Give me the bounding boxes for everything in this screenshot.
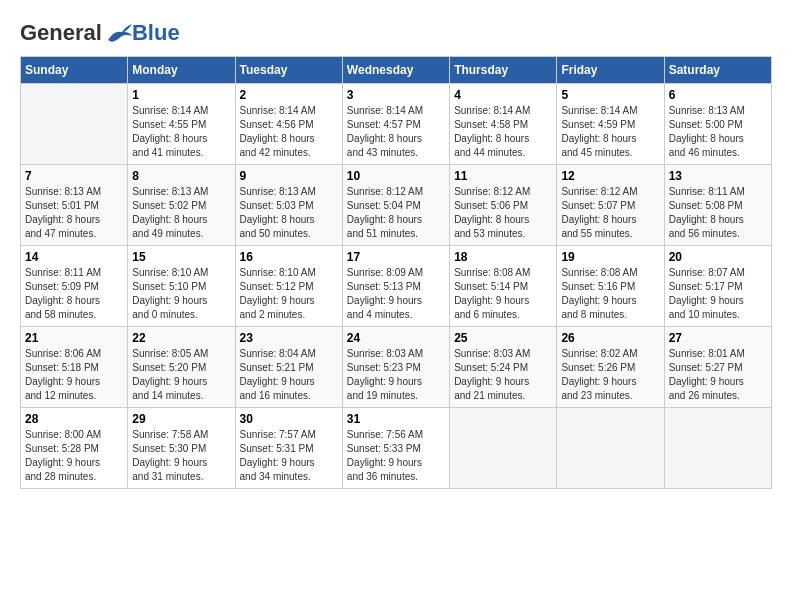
calendar-header-sunday: Sunday <box>21 57 128 84</box>
calendar-table: SundayMondayTuesdayWednesdayThursdayFrid… <box>20 56 772 489</box>
calendar-cell: 10Sunrise: 8:12 AMSunset: 5:04 PMDayligh… <box>342 165 449 246</box>
calendar-cell: 22Sunrise: 8:05 AMSunset: 5:20 PMDayligh… <box>128 327 235 408</box>
day-number: 26 <box>561 331 659 345</box>
calendar-week-row: 14Sunrise: 8:11 AMSunset: 5:09 PMDayligh… <box>21 246 772 327</box>
calendar-cell: 26Sunrise: 8:02 AMSunset: 5:26 PMDayligh… <box>557 327 664 408</box>
day-number: 22 <box>132 331 230 345</box>
calendar-header-thursday: Thursday <box>450 57 557 84</box>
day-info: Sunrise: 8:11 AMSunset: 5:09 PMDaylight:… <box>25 266 123 322</box>
calendar-cell: 19Sunrise: 8:08 AMSunset: 5:16 PMDayligh… <box>557 246 664 327</box>
logo-bird-icon <box>104 22 132 44</box>
day-number: 13 <box>669 169 767 183</box>
calendar-header-saturday: Saturday <box>664 57 771 84</box>
day-number: 23 <box>240 331 338 345</box>
calendar-header-row: SundayMondayTuesdayWednesdayThursdayFrid… <box>21 57 772 84</box>
day-number: 17 <box>347 250 445 264</box>
day-info: Sunrise: 8:13 AMSunset: 5:02 PMDaylight:… <box>132 185 230 241</box>
day-info: Sunrise: 8:01 AMSunset: 5:27 PMDaylight:… <box>669 347 767 403</box>
day-info: Sunrise: 8:14 AMSunset: 4:58 PMDaylight:… <box>454 104 552 160</box>
day-number: 9 <box>240 169 338 183</box>
day-info: Sunrise: 8:05 AMSunset: 5:20 PMDaylight:… <box>132 347 230 403</box>
calendar-cell <box>557 408 664 489</box>
calendar-cell: 12Sunrise: 8:12 AMSunset: 5:07 PMDayligh… <box>557 165 664 246</box>
calendar-cell: 2Sunrise: 8:14 AMSunset: 4:56 PMDaylight… <box>235 84 342 165</box>
day-number: 5 <box>561 88 659 102</box>
day-number: 19 <box>561 250 659 264</box>
calendar-cell: 5Sunrise: 8:14 AMSunset: 4:59 PMDaylight… <box>557 84 664 165</box>
calendar-cell: 30Sunrise: 7:57 AMSunset: 5:31 PMDayligh… <box>235 408 342 489</box>
calendar-cell <box>21 84 128 165</box>
day-info: Sunrise: 8:04 AMSunset: 5:21 PMDaylight:… <box>240 347 338 403</box>
day-number: 21 <box>25 331 123 345</box>
day-number: 11 <box>454 169 552 183</box>
day-number: 20 <box>669 250 767 264</box>
day-info: Sunrise: 8:02 AMSunset: 5:26 PMDaylight:… <box>561 347 659 403</box>
calendar-cell: 18Sunrise: 8:08 AMSunset: 5:14 PMDayligh… <box>450 246 557 327</box>
day-info: Sunrise: 7:57 AMSunset: 5:31 PMDaylight:… <box>240 428 338 484</box>
day-info: Sunrise: 7:58 AMSunset: 5:30 PMDaylight:… <box>132 428 230 484</box>
calendar-cell: 6Sunrise: 8:13 AMSunset: 5:00 PMDaylight… <box>664 84 771 165</box>
calendar-cell: 14Sunrise: 8:11 AMSunset: 5:09 PMDayligh… <box>21 246 128 327</box>
calendar-header-monday: Monday <box>128 57 235 84</box>
day-number: 3 <box>347 88 445 102</box>
calendar-header-wednesday: Wednesday <box>342 57 449 84</box>
day-info: Sunrise: 8:14 AMSunset: 4:55 PMDaylight:… <box>132 104 230 160</box>
day-number: 15 <box>132 250 230 264</box>
calendar-week-row: 7Sunrise: 8:13 AMSunset: 5:01 PMDaylight… <box>21 165 772 246</box>
day-info: Sunrise: 8:14 AMSunset: 4:59 PMDaylight:… <box>561 104 659 160</box>
day-number: 28 <box>25 412 123 426</box>
day-number: 16 <box>240 250 338 264</box>
calendar-cell <box>450 408 557 489</box>
calendar-cell: 9Sunrise: 8:13 AMSunset: 5:03 PMDaylight… <box>235 165 342 246</box>
day-info: Sunrise: 8:12 AMSunset: 5:04 PMDaylight:… <box>347 185 445 241</box>
calendar-cell: 24Sunrise: 8:03 AMSunset: 5:23 PMDayligh… <box>342 327 449 408</box>
day-info: Sunrise: 8:12 AMSunset: 5:06 PMDaylight:… <box>454 185 552 241</box>
day-info: Sunrise: 8:00 AMSunset: 5:28 PMDaylight:… <box>25 428 123 484</box>
day-number: 29 <box>132 412 230 426</box>
calendar-cell: 23Sunrise: 8:04 AMSunset: 5:21 PMDayligh… <box>235 327 342 408</box>
day-number: 31 <box>347 412 445 426</box>
day-number: 6 <box>669 88 767 102</box>
day-number: 12 <box>561 169 659 183</box>
day-info: Sunrise: 8:03 AMSunset: 5:23 PMDaylight:… <box>347 347 445 403</box>
day-info: Sunrise: 8:13 AMSunset: 5:01 PMDaylight:… <box>25 185 123 241</box>
day-info: Sunrise: 8:06 AMSunset: 5:18 PMDaylight:… <box>25 347 123 403</box>
calendar-cell: 28Sunrise: 8:00 AMSunset: 5:28 PMDayligh… <box>21 408 128 489</box>
calendar-cell: 11Sunrise: 8:12 AMSunset: 5:06 PMDayligh… <box>450 165 557 246</box>
day-number: 14 <box>25 250 123 264</box>
day-number: 27 <box>669 331 767 345</box>
calendar-cell: 1Sunrise: 8:14 AMSunset: 4:55 PMDaylight… <box>128 84 235 165</box>
logo-blue: Blue <box>132 20 180 46</box>
day-info: Sunrise: 8:09 AMSunset: 5:13 PMDaylight:… <box>347 266 445 322</box>
day-info: Sunrise: 8:14 AMSunset: 4:56 PMDaylight:… <box>240 104 338 160</box>
day-info: Sunrise: 8:12 AMSunset: 5:07 PMDaylight:… <box>561 185 659 241</box>
day-info: Sunrise: 8:07 AMSunset: 5:17 PMDaylight:… <box>669 266 767 322</box>
day-number: 4 <box>454 88 552 102</box>
calendar-cell: 8Sunrise: 8:13 AMSunset: 5:02 PMDaylight… <box>128 165 235 246</box>
day-number: 1 <box>132 88 230 102</box>
calendar-cell: 20Sunrise: 8:07 AMSunset: 5:17 PMDayligh… <box>664 246 771 327</box>
calendar-cell: 15Sunrise: 8:10 AMSunset: 5:10 PMDayligh… <box>128 246 235 327</box>
calendar-header-friday: Friday <box>557 57 664 84</box>
day-number: 7 <box>25 169 123 183</box>
page-header: General Blue <box>20 20 772 46</box>
day-number: 2 <box>240 88 338 102</box>
day-info: Sunrise: 8:08 AMSunset: 5:16 PMDaylight:… <box>561 266 659 322</box>
calendar-header-tuesday: Tuesday <box>235 57 342 84</box>
day-number: 30 <box>240 412 338 426</box>
day-number: 24 <box>347 331 445 345</box>
day-info: Sunrise: 7:56 AMSunset: 5:33 PMDaylight:… <box>347 428 445 484</box>
calendar-week-row: 28Sunrise: 8:00 AMSunset: 5:28 PMDayligh… <box>21 408 772 489</box>
calendar-cell: 29Sunrise: 7:58 AMSunset: 5:30 PMDayligh… <box>128 408 235 489</box>
logo-general: General <box>20 20 102 46</box>
day-info: Sunrise: 8:03 AMSunset: 5:24 PMDaylight:… <box>454 347 552 403</box>
day-number: 8 <box>132 169 230 183</box>
day-info: Sunrise: 8:13 AMSunset: 5:03 PMDaylight:… <box>240 185 338 241</box>
calendar-cell: 21Sunrise: 8:06 AMSunset: 5:18 PMDayligh… <box>21 327 128 408</box>
day-number: 18 <box>454 250 552 264</box>
calendar-cell: 16Sunrise: 8:10 AMSunset: 5:12 PMDayligh… <box>235 246 342 327</box>
calendar-cell: 3Sunrise: 8:14 AMSunset: 4:57 PMDaylight… <box>342 84 449 165</box>
calendar-cell: 7Sunrise: 8:13 AMSunset: 5:01 PMDaylight… <box>21 165 128 246</box>
day-info: Sunrise: 8:13 AMSunset: 5:00 PMDaylight:… <box>669 104 767 160</box>
calendar-cell: 17Sunrise: 8:09 AMSunset: 5:13 PMDayligh… <box>342 246 449 327</box>
